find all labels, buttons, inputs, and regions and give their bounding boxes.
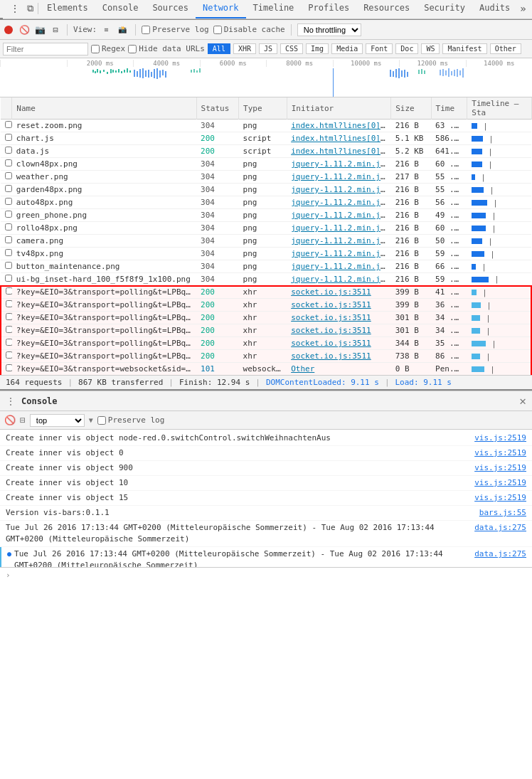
row-initiator[interactable]: jquery-1.11.2.min.js:3 [287, 158, 391, 171]
row-initiator[interactable]: index.html?lines[0][id]... [287, 145, 391, 158]
console-msg-source[interactable]: data.js:275 [474, 549, 526, 560]
table-row[interactable]: auto48px.png 304 png jquery-1.11.2.min.j… [1, 196, 531, 209]
tab-audits[interactable]: Audits [472, 0, 517, 18]
table-row[interactable]: data.js 200 script index.html?lines[0][i… [1, 145, 531, 158]
preserve-log-checkbox-label[interactable]: Preserve log [142, 25, 208, 34]
console-msg-source[interactable]: vis.js:2519 [474, 433, 526, 444]
col-time-header[interactable]: Time [431, 97, 467, 120]
table-row[interactable]: ui-bg_inset-hard_100_f5f8f9_1x100.png 30… [1, 273, 531, 286]
table-row[interactable]: tv48px.png 304 png jquery-1.11.2.min.js:… [1, 248, 531, 260]
regex-checkbox[interactable] [91, 45, 100, 53]
row-initiator[interactable]: jquery-1.11.2.min.js:3 [287, 248, 391, 260]
regex-checkbox-label[interactable]: Regex [91, 44, 125, 53]
filter-type-xhr[interactable]: XHR [233, 43, 256, 54]
disable-cache-checkbox[interactable] [213, 26, 222, 34]
row-initiator[interactable]: socket.io.js:3511 [287, 350, 391, 363]
filter-type-doc[interactable]: Doc [395, 43, 418, 54]
col-size-header[interactable]: Size [391, 97, 431, 120]
table-row[interactable]: green_phone.png 304 png jquery-1.11.2.mi… [1, 209, 531, 222]
console-menu-icon[interactable]: ⋮ [6, 396, 16, 407]
row-initiator[interactable]: socket.io.js:3511 [287, 337, 391, 350]
tab-console[interactable]: Console [95, 0, 146, 18]
console-clear-icon[interactable]: 🚫 [4, 415, 16, 425]
col-name-header[interactable]: Name [12, 97, 196, 120]
table-row[interactable]: ?key=&EIO=3&transport=polling&t=LPBqL9W&… [1, 312, 531, 324]
console-preserve-log-checkbox[interactable] [97, 416, 106, 425]
tab-elements[interactable]: Elements [40, 0, 95, 18]
filter-type-img[interactable]: Img [306, 43, 329, 54]
table-row[interactable]: ?key=&EIO=3&transport=polling&t=LPBqL9y&… [1, 324, 531, 337]
filter-type-ws[interactable]: WS [421, 43, 440, 54]
console-msg-source[interactable]: vis.js:2519 [474, 462, 526, 474]
filter-type-js[interactable]: JS [259, 43, 277, 54]
tab-resources[interactable]: Resources [356, 0, 417, 18]
col-type-header[interactable]: Type [239, 97, 287, 120]
throttle-select[interactable]: No throttling GPRS Regular 2G Good 2G Re… [297, 23, 361, 36]
console-preserve-log-label[interactable]: Preserve log [97, 415, 164, 425]
table-row[interactable]: ?key=&EIO=3&transport=polling&t=LPBqL8q … [1, 299, 531, 312]
list-view-button[interactable]: ≡ [101, 24, 111, 35]
hide-data-checkbox[interactable] [128, 45, 137, 53]
disable-cache-checkbox-label[interactable]: Disable cache [213, 25, 285, 34]
table-row[interactable]: clown48px.png 304 png jquery-1.11.2.min.… [1, 158, 531, 171]
filter-type-other[interactable]: Other [490, 43, 521, 54]
filter-type-media[interactable]: Media [331, 43, 363, 54]
row-initiator[interactable]: jquery-1.11.2.min.js:4 [287, 273, 391, 286]
screenshot-view-button[interactable]: 📸 [115, 24, 129, 35]
row-initiator[interactable]: socket.io.js:3511 [287, 299, 391, 312]
console-input[interactable] [14, 571, 526, 580]
console-close-button[interactable]: ✕ [519, 394, 526, 408]
col-status-header[interactable]: Status [196, 97, 238, 120]
table-row[interactable]: rollo48px.png 304 png jquery-1.11.2.min.… [1, 222, 531, 235]
tab-timeline[interactable]: Timeline [246, 0, 302, 18]
console-msg-source[interactable]: vis.js:2519 [474, 492, 526, 504]
hide-data-checkbox-label[interactable]: Hide data URLs [128, 44, 205, 53]
preserve-log-checkbox[interactable] [142, 26, 150, 34]
table-row[interactable]: garden48px.png 304 png jquery-1.11.2.min… [1, 184, 531, 196]
row-initiator[interactable]: jquery-1.11.2.min.js:3 [287, 235, 391, 248]
row-initiator[interactable]: index.html?lines[0][id]... [287, 132, 391, 145]
record-button[interactable] [3, 24, 14, 36]
console-filter-icon[interactable]: ⊟ [20, 415, 26, 425]
clear-button[interactable]: 🚫 [18, 24, 30, 36]
console-level-select[interactable]: top Verbose Info Warnings Errors [30, 414, 85, 427]
console-tab-label[interactable]: Console [21, 396, 58, 406]
load-time[interactable]: Load: 9.11 s [395, 378, 452, 387]
filter-type-all[interactable]: All [208, 43, 230, 54]
table-row[interactable]: chart.js 200 script index.html?lines[0][… [1, 132, 531, 145]
row-initiator[interactable]: jquery-1.11.2.min.js:3 [287, 171, 391, 184]
tabs-more-icon[interactable]: » [517, 3, 528, 14]
console-msg-source[interactable]: bars.js:55 [479, 507, 526, 519]
tab-profiles[interactable]: Profiles [301, 0, 356, 18]
devtools-undock-icon[interactable]: ⧉ [24, 3, 36, 14]
row-initiator[interactable]: jquery-1.11.2.min.js:3 [287, 209, 391, 222]
row-initiator[interactable]: Other [287, 363, 391, 376]
camera-button[interactable]: 📷 [34, 24, 46, 36]
filter-type-css[interactable]: CSS [280, 43, 303, 54]
filter-type-font[interactable]: Font [366, 43, 393, 54]
table-row[interactable]: button_maintenance.png 304 png jquery-1.… [1, 260, 531, 273]
tab-security[interactable]: Security [417, 0, 472, 18]
row-initiator[interactable]: jquery-1.11.2.min.js:3 [287, 196, 391, 209]
devtools-menu-icon[interactable]: ⋮ [6, 3, 24, 14]
filter-input[interactable] [3, 43, 88, 55]
console-msg-source[interactable]: vis.js:2519 [474, 477, 526, 489]
row-initiator[interactable]: socket.io.js:3511 [287, 286, 391, 299]
table-row[interactable]: camera.png 304 png jquery-1.11.2.min.js:… [1, 235, 531, 248]
filter-type-manifest[interactable]: Manifest [442, 43, 486, 54]
dom-loaded-time[interactable]: DOMContentLoaded: 9.11 s [266, 378, 379, 387]
console-msg-source[interactable]: data.js:275 [474, 522, 526, 534]
row-initiator[interactable]: socket.io.js:3511 [287, 312, 391, 324]
table-row[interactable]: ?key=&EIO=3&transport=polling&t=LPBqL82 … [1, 286, 531, 299]
col-initiator-header[interactable]: Initiator [287, 97, 391, 120]
tab-sources[interactable]: Sources [145, 0, 196, 18]
row-initiator[interactable]: socket.io.js:3511 [287, 324, 391, 337]
table-row[interactable]: ?key=&EIO=3&transport=polling&t=LPBqLA9&… [1, 350, 531, 363]
row-initiator[interactable]: jquery-1.11.2.min.js:3 [287, 184, 391, 196]
table-row[interactable]: ?key=&EIO=3&transport=websocket&sid=WYe0… [1, 363, 531, 376]
col-timeline-header[interactable]: Timeline – Sta [467, 97, 531, 120]
console-msg-source[interactable]: vis.js:2519 [474, 447, 526, 459]
row-initiator[interactable]: jquery-1.11.2.min.js:3 [287, 222, 391, 235]
tab-network[interactable]: Network [196, 0, 246, 18]
table-row[interactable]: weather.png 304 png jquery-1.11.2.min.js… [1, 171, 531, 184]
